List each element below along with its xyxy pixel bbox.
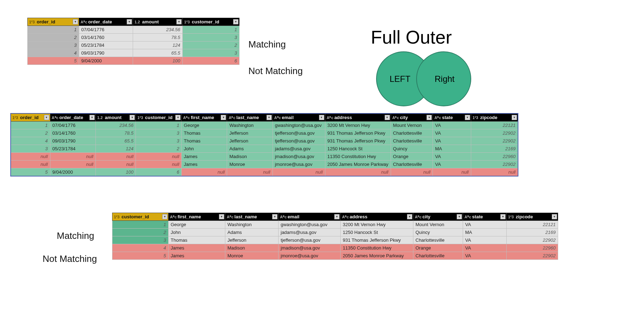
filter-dropdown-icon[interactable]: ▼ bbox=[89, 115, 95, 120]
filter-dropdown-icon[interactable]: ▼ bbox=[385, 115, 390, 120]
cell: John bbox=[169, 229, 225, 236]
int-type-icon: 1²3 bbox=[114, 215, 120, 219]
table-row: 203/14/176078.53ThomasJeffersontjefferso… bbox=[11, 129, 518, 137]
filter-dropdown-icon[interactable]: ▼ bbox=[465, 115, 470, 120]
column-header-customer-id[interactable]: 1²3 customer_id▼ bbox=[183, 18, 240, 26]
filter-dropdown-icon[interactable]: ▼ bbox=[319, 115, 324, 120]
column-header-email[interactable]: Aᴮc email▼ bbox=[279, 213, 341, 221]
cell: jmadison@usa.gov bbox=[279, 244, 341, 252]
column-header-city[interactable]: Aᴮc city▼ bbox=[391, 114, 433, 122]
cell: jadams@usa.gov bbox=[273, 145, 325, 153]
column-label: city bbox=[421, 214, 430, 219]
table-row: 1GeorgeWashingtongwashington@usa.gov3200… bbox=[112, 221, 558, 229]
filter-dropdown-icon[interactable]: ▼ bbox=[426, 115, 432, 120]
filter-dropdown-icon[interactable]: ▼ bbox=[221, 115, 226, 120]
column-header-last-name[interactable]: Aᴮc last_name▼ bbox=[225, 213, 279, 221]
filter-dropdown-icon[interactable]: ▼ bbox=[334, 214, 340, 219]
column-header-order-date[interactable]: Aᴮc order_date▼ bbox=[50, 114, 95, 122]
column-header-state[interactable]: Aᴮc state▼ bbox=[463, 213, 507, 221]
table-row: 409/03/179065.53 bbox=[28, 49, 240, 57]
cell: null bbox=[136, 161, 182, 168]
full-outer-title: Full Outer bbox=[371, 27, 452, 48]
text-type-icon: Aᴮc bbox=[415, 215, 421, 219]
cell: tjefferson@usa.gov bbox=[273, 129, 325, 137]
filter-dropdown-icon[interactable]: ▼ bbox=[44, 115, 49, 120]
cell: jmadison@usa.gov bbox=[273, 153, 325, 161]
filter-dropdown-icon[interactable]: ▼ bbox=[175, 115, 181, 120]
text-type-icon: Aᴮc bbox=[170, 215, 176, 219]
cell: Quincy bbox=[391, 145, 433, 153]
column-header-amount[interactable]: 1.2 amount▼ bbox=[96, 114, 136, 122]
filter-dropdown-icon[interactable]: ▼ bbox=[500, 214, 506, 219]
cell: 1 bbox=[183, 26, 240, 34]
table-row: 409/03/179065.53ThomasJeffersontjefferso… bbox=[11, 137, 518, 145]
cell: null bbox=[50, 161, 95, 168]
column-label: amount bbox=[104, 115, 122, 120]
cell: 1250 Hancock St bbox=[325, 145, 391, 153]
cell: 09/03/1790 bbox=[50, 137, 95, 145]
filter-dropdown-icon[interactable]: ▼ bbox=[176, 19, 182, 24]
filter-dropdown-icon[interactable]: ▼ bbox=[73, 19, 78, 24]
column-header-customer-id[interactable]: 1²3 customer_id▼ bbox=[136, 114, 182, 122]
cell: VA bbox=[433, 161, 471, 168]
column-label: order_id bbox=[35, 19, 55, 24]
column-header-zipcode[interactable]: 1²3 zipcode▼ bbox=[507, 213, 558, 221]
cell: 234.56 bbox=[133, 26, 183, 34]
table-row: 203/14/176078.53 bbox=[28, 34, 240, 41]
cell: null bbox=[182, 168, 227, 176]
cell: James bbox=[169, 244, 225, 252]
int-type-icon: 1²3 bbox=[184, 20, 191, 24]
cell: 931 Thomas Jefferson Pkwy bbox=[341, 236, 413, 244]
filter-dropdown-icon[interactable]: ▼ bbox=[552, 214, 557, 219]
cell: 65.5 bbox=[133, 49, 183, 57]
column-header-city[interactable]: Aᴮc city▼ bbox=[413, 213, 463, 221]
column-header-order-date[interactable]: Aᴮc order_date▼ bbox=[79, 18, 133, 26]
cell: Monroe bbox=[227, 161, 273, 168]
cell: 1250 Hancock St bbox=[341, 229, 413, 236]
column-header-first-name[interactable]: Aᴮc first_name▼ bbox=[169, 213, 225, 221]
column-header-amount[interactable]: 1.2 amount▼ bbox=[133, 18, 183, 26]
cell: jmonroe@usa.gov bbox=[279, 252, 341, 260]
column-header-order-id[interactable]: 1²3 order_id▼ bbox=[11, 114, 50, 122]
cell: null bbox=[273, 168, 325, 176]
column-header-address[interactable]: Aᴮc address▼ bbox=[325, 114, 391, 122]
column-label: email bbox=[286, 214, 299, 219]
filter-dropdown-icon[interactable]: ▼ bbox=[219, 214, 224, 219]
cell: 3 bbox=[11, 145, 50, 153]
filter-dropdown-icon[interactable]: ▼ bbox=[233, 19, 238, 24]
cell: Charlottesville bbox=[413, 236, 463, 244]
column-label: order_id bbox=[19, 115, 39, 120]
cell: James bbox=[182, 153, 227, 161]
cell: George bbox=[169, 221, 225, 229]
filter-dropdown-icon[interactable]: ▼ bbox=[407, 214, 412, 219]
column-label: city bbox=[399, 115, 408, 120]
column-header-email[interactable]: Aᴮc email▼ bbox=[273, 114, 325, 122]
filter-dropdown-icon[interactable]: ▼ bbox=[162, 214, 167, 219]
column-header-zipcode[interactable]: 1²3 zipcode▼ bbox=[471, 114, 518, 122]
cell: 3 bbox=[112, 236, 169, 244]
column-header-address[interactable]: Aᴮc address▼ bbox=[341, 213, 413, 221]
cell: John bbox=[182, 145, 227, 153]
column-header-order-id[interactable]: 1²3 order_id▼ bbox=[28, 18, 79, 26]
cell: 4 bbox=[28, 49, 79, 57]
cell: VA bbox=[433, 137, 471, 145]
filter-dropdown-icon[interactable]: ▼ bbox=[127, 19, 132, 24]
table-row: 59/04/20001006 bbox=[28, 57, 240, 65]
cell: 22960 bbox=[507, 244, 558, 252]
column-header-first-name[interactable]: Aᴮc first_name▼ bbox=[182, 114, 227, 122]
filter-dropdown-icon[interactable]: ▼ bbox=[130, 115, 135, 120]
filter-dropdown-icon[interactable]: ▼ bbox=[266, 115, 272, 120]
column-header-state[interactable]: Aᴮc state▼ bbox=[433, 114, 471, 122]
text-type-icon: Aᴮc bbox=[227, 215, 233, 219]
cell: 22902 bbox=[471, 129, 518, 137]
column-label: last_name bbox=[233, 214, 257, 219]
orders-notmatching-label: Not Matching bbox=[248, 66, 303, 77]
filter-dropdown-icon[interactable]: ▼ bbox=[457, 214, 462, 219]
filter-dropdown-icon[interactable]: ▼ bbox=[272, 214, 277, 219]
table-row: 107/04/1776234.561 bbox=[28, 26, 240, 34]
column-header-last-name[interactable]: Aᴮc last_name▼ bbox=[227, 114, 273, 122]
column-header-customer-id[interactable]: 1²3 customer_id▼ bbox=[112, 213, 169, 221]
filter-dropdown-icon[interactable]: ▼ bbox=[512, 115, 517, 120]
column-label: state bbox=[441, 115, 453, 120]
cell: Washington bbox=[225, 221, 279, 229]
